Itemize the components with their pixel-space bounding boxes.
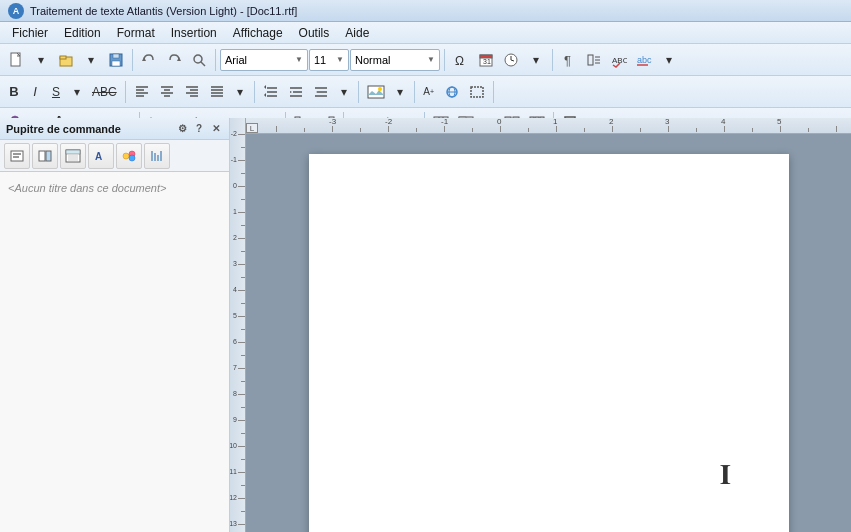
save-button[interactable] — [104, 48, 128, 72]
svg-rect-102 — [39, 151, 45, 161]
line-spacing-button[interactable] — [259, 81, 283, 103]
svg-marker-49 — [290, 91, 292, 93]
pupitre-icons: ⚙ ? ✕ — [175, 122, 223, 136]
align-center-button[interactable] — [155, 81, 179, 103]
indent-button[interactable] — [284, 81, 308, 103]
abc-check-button[interactable]: ABC — [607, 48, 631, 72]
clock-button[interactable] — [499, 48, 523, 72]
svg-marker-44 — [264, 85, 266, 89]
style-dropdown[interactable]: Normal ▼ — [350, 49, 440, 71]
new-dropdown[interactable]: ▾ — [29, 48, 53, 72]
italic-button[interactable]: I — [25, 81, 45, 103]
strikethrough-button[interactable]: ABC — [88, 81, 121, 103]
svg-rect-103 — [46, 151, 51, 161]
menu-aide[interactable]: Aide — [337, 24, 377, 42]
document-page[interactable] — [309, 154, 789, 532]
svg-rect-59 — [471, 87, 483, 97]
align-left-button[interactable] — [130, 81, 154, 103]
svg-rect-4 — [113, 54, 119, 58]
new-button[interactable] — [4, 48, 28, 72]
svg-point-110 — [123, 153, 129, 159]
sep-1 — [132, 49, 133, 71]
justify-button[interactable] — [205, 81, 229, 103]
underline-dropdown[interactable]: ▾ — [67, 81, 87, 103]
pupitre-btn-5[interactable] — [116, 143, 142, 169]
sep-2 — [215, 49, 216, 71]
svg-rect-99 — [11, 151, 23, 161]
svg-text:¶: ¶ — [564, 53, 571, 68]
font-dropdown[interactable]: Arial ▼ — [220, 49, 308, 71]
calendar-button[interactable]: 31 — [474, 48, 498, 72]
pupitre-btn-6[interactable] — [144, 143, 170, 169]
title-bar: A Traitement de texte Atlantis (Version … — [0, 0, 851, 22]
open-dropdown[interactable]: ▾ — [79, 48, 103, 72]
menu-format[interactable]: Format — [109, 24, 163, 42]
text-cursor: 𝐈 — [720, 459, 731, 492]
svg-marker-6 — [142, 57, 146, 61]
underline-button[interactable]: S — [46, 81, 66, 103]
menu-bar: Fichier Edition Format Insertion Afficha… — [0, 22, 851, 44]
svg-line-9 — [201, 62, 205, 66]
pupitre-close-icon[interactable]: ✕ — [209, 122, 223, 136]
pupitre-help-icon[interactable]: ? — [192, 122, 206, 136]
svg-rect-18 — [588, 55, 593, 65]
document-area[interactable]: 𝐈 — [246, 134, 851, 532]
sep-fmt-3 — [358, 81, 359, 103]
align-right-button[interactable] — [180, 81, 204, 103]
outdent-button[interactable] — [309, 81, 333, 103]
svg-text:Ω: Ω — [455, 54, 464, 68]
sep-4 — [552, 49, 553, 71]
menu-affichage[interactable]: Affichage — [225, 24, 291, 42]
pupitre-content: <Aucun titre dans ce document> — [0, 172, 229, 204]
paragraph-marks-button[interactable]: ¶ — [557, 48, 581, 72]
svg-rect-2 — [60, 56, 66, 59]
left-panel: Pupitre de commande ⚙ ? ✕ A <Aucun titre… — [0, 118, 230, 532]
menu-edition[interactable]: Edition — [56, 24, 109, 42]
find-button[interactable] — [187, 48, 211, 72]
main-area[interactable]: L -3-2-1012345 𝐈 — [246, 118, 851, 532]
menu-insertion[interactable]: Insertion — [163, 24, 225, 42]
toolbar-extra-btn[interactable]: ▾ — [657, 48, 681, 72]
sep-3 — [444, 49, 445, 71]
pupitre-btn-2[interactable] — [32, 143, 58, 169]
title-text: Traitement de texte Atlantis (Version Li… — [30, 5, 297, 17]
align-dropdown[interactable]: ▾ — [230, 81, 250, 103]
pupitre-empty-message: <Aucun titre dans ce document> — [8, 182, 166, 194]
pupitre-btn-4[interactable]: A — [88, 143, 114, 169]
menu-fichier[interactable]: Fichier — [4, 24, 56, 42]
text-flow-button[interactable] — [582, 48, 606, 72]
menu-outils[interactable]: Outils — [291, 24, 338, 42]
pupitre-btn-3[interactable] — [60, 143, 86, 169]
font-dropdown-arrow: ▼ — [295, 55, 303, 64]
toolbar-row-1: ▾ ▾ Arial ▼ 11 ▼ Normal ▼ Ω 31 ▾ — [0, 44, 851, 76]
text-box-button[interactable] — [465, 81, 489, 103]
pupitre-header: Pupitre de commande ⚙ ? ✕ — [0, 118, 229, 140]
ruler: L -3-2-1012345 — [246, 118, 851, 134]
list-dropdown[interactable]: ▾ — [334, 81, 354, 103]
toolbar-row-2: B I S ▾ ABC ▾ ▾ ▾ A+ — [0, 76, 851, 108]
clock-dropdown[interactable]: ▾ — [524, 48, 548, 72]
svg-text:abc: abc — [637, 55, 652, 65]
size-dropdown[interactable]: 11 ▼ — [309, 49, 349, 71]
sep-fmt-1 — [125, 81, 126, 103]
svg-rect-5 — [112, 61, 120, 66]
undo-button[interactable] — [137, 48, 161, 72]
style-dropdown-arrow: ▼ — [427, 55, 435, 64]
superscript-button[interactable]: A+ — [419, 81, 439, 103]
pupitre-btn-1[interactable] — [4, 143, 30, 169]
svg-rect-54 — [368, 86, 384, 98]
bold-button[interactable]: B — [4, 81, 24, 103]
svg-point-55 — [378, 87, 382, 91]
hyperlink-button[interactable] — [440, 81, 464, 103]
sep-fmt-2 — [254, 81, 255, 103]
redo-button[interactable] — [162, 48, 186, 72]
open-button[interactable] — [54, 48, 78, 72]
size-dropdown-arrow: ▼ — [336, 55, 344, 64]
special-char-button[interactable]: Ω — [449, 48, 473, 72]
svg-point-112 — [129, 155, 135, 161]
abc-button2[interactable]: abc — [632, 48, 656, 72]
sep-fmt-4 — [414, 81, 415, 103]
pupitre-settings-icon[interactable]: ⚙ — [175, 122, 189, 136]
insert-image-button[interactable] — [363, 81, 389, 103]
insert-dropdown2[interactable]: ▾ — [390, 81, 410, 103]
